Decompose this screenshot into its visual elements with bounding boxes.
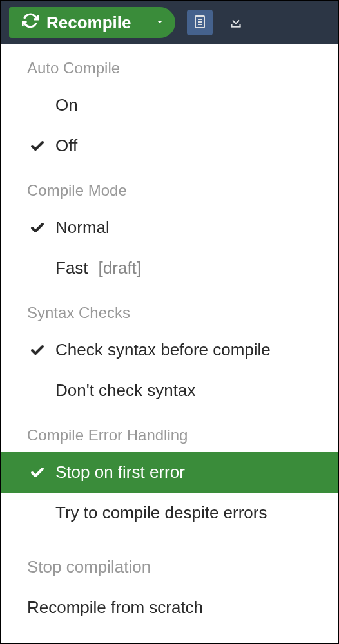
menu-action-stop-compilation[interactable]: Stop compilation: [1, 547, 338, 587]
section-header-error-handling: Compile Error Handling: [1, 411, 338, 452]
svg-rect-6: [239, 24, 240, 26]
menu-item-label: Off: [55, 136, 77, 156]
view-logs-button[interactable]: [187, 10, 213, 35]
menu-item-error-stop[interactable]: Stop on first error: [1, 452, 338, 493]
refresh-icon: [22, 12, 39, 33]
recompile-button-label: Recompile: [46, 13, 131, 33]
menu-item-syntax-check[interactable]: Check syntax before compile: [1, 330, 338, 370]
svg-rect-4: [231, 26, 240, 27]
menu-item-label: Try to compile despite errors: [55, 503, 267, 523]
check-icon: [30, 138, 50, 154]
menu-item-label: On: [55, 95, 78, 115]
svg-rect-5: [231, 24, 232, 26]
menu-item-label: Don't check syntax: [55, 381, 195, 401]
menu-item-label: Fast: [55, 258, 88, 278]
toolbar: Recompile: [1, 1, 338, 44]
download-icon: [228, 14, 244, 32]
recompile-button[interactable]: Recompile: [9, 7, 144, 38]
menu-item-error-try[interactable]: Try to compile despite errors: [1, 493, 338, 533]
check-icon: [30, 465, 50, 480]
recompile-dropdown-menu: Auto Compile On Off Compile Mode Normal …: [1, 44, 338, 628]
menu-divider: [10, 540, 329, 540]
download-button[interactable]: [222, 8, 250, 37]
menu-item-label: Stop on first error: [55, 462, 185, 482]
menu-item-label: Normal: [55, 218, 110, 238]
menu-item-auto-compile-off[interactable]: Off: [1, 126, 338, 166]
section-header-compile-mode: Compile Mode: [1, 166, 338, 207]
check-icon: [30, 343, 50, 358]
check-icon: [30, 220, 50, 236]
menu-item-label: Check syntax before compile: [55, 340, 271, 360]
document-icon: [192, 14, 208, 32]
menu-item-auto-compile-on[interactable]: On: [1, 85, 338, 126]
recompile-dropdown-button[interactable]: [144, 7, 175, 38]
menu-item-compile-mode-fast[interactable]: Fast [draft]: [1, 248, 338, 289]
menu-item-compile-mode-normal[interactable]: Normal: [1, 207, 338, 248]
menu-item-syntax-dont-check[interactable]: Don't check syntax: [1, 370, 338, 411]
caret-down-icon: [155, 17, 165, 29]
menu-item-sublabel: [draft]: [99, 258, 141, 278]
section-header-syntax-checks: Syntax Checks: [1, 289, 338, 330]
menu-action-recompile-scratch[interactable]: Recompile from scratch: [1, 587, 338, 628]
section-header-auto-compile: Auto Compile: [1, 44, 338, 85]
